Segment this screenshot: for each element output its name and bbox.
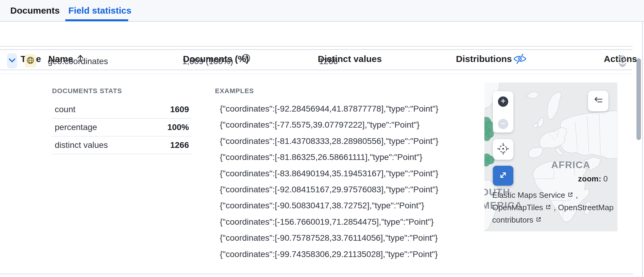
external-link-icon	[535, 215, 542, 225]
fit-to-data-button[interactable]	[493, 139, 513, 160]
chevron-down-icon	[8, 56, 17, 66]
example-item: {"coordinates":[-156.7660019,71.2854475]…	[220, 214, 438, 230]
map-label-africa: AFRICA	[551, 160, 590, 170]
table-header: Type Name Documents (%) ? Distinct value…	[0, 22, 633, 47]
active-tab-underline	[65, 19, 128, 21]
zoom-in-button[interactable]	[498, 96, 508, 107]
documents-stats-table: count 1609 percentage 100% distinct valu…	[52, 101, 192, 154]
minus-icon	[500, 120, 506, 128]
field-row[interactable]: geo.coordinates 1,609 (100%) 1266	[0, 50, 633, 70]
field-documents-value: 1,609 (100%)	[182, 57, 233, 66]
zoom-value: 0	[603, 174, 608, 183]
external-link-icon	[567, 191, 574, 200]
collapse-row-button[interactable]	[7, 53, 17, 68]
examples-list: {"coordinates":[-92.28456944,41.87877778…	[220, 101, 438, 262]
stat-value: 100%	[167, 122, 192, 132]
expand-map-button[interactable]	[493, 166, 513, 186]
example-item: {"coordinates":[-92.08415167,29.97576083…	[220, 181, 438, 197]
attribution-link-elastic-maps-service[interactable]: Elastic Maps Service	[492, 191, 565, 200]
stat-label: count	[52, 105, 76, 114]
example-item: {"coordinates":[-92.28456944,41.87877778…	[220, 101, 438, 117]
geo-point-globe-icon	[26, 56, 34, 66]
field-name: geo.coordinates	[48, 57, 108, 66]
right-panel-border	[642, 22, 643, 277]
map-zoom-level: zoom: 0	[578, 174, 608, 184]
example-item: {"coordinates":[-99.74358306,29.21135028…	[220, 246, 438, 262]
crosshair-icon	[497, 142, 509, 156]
map-attribution: Elastic Maps Service , OpenMapTiles , Op…	[492, 189, 613, 226]
example-item: {"coordinates":[-81.43708333,28.28980556…	[220, 133, 438, 149]
bottom-divider	[0, 274, 633, 274]
examples-title: EXAMPLES	[215, 87, 254, 95]
tab-documents[interactable]: Documents	[10, 0, 60, 21]
explore-in-maps-icon[interactable]	[617, 55, 628, 68]
stats-row-percentage: percentage 100%	[52, 119, 192, 136]
documents-stats-title: DOCUMENTS STATS	[52, 87, 122, 95]
stats-row-distinct-values: distinct values 1266	[52, 136, 192, 154]
map-zoom-control	[493, 91, 513, 132]
plus-icon	[500, 98, 506, 105]
stat-value: 1609	[170, 105, 192, 114]
arrow-left-menu-icon	[593, 95, 604, 107]
example-item: {"coordinates":[-90.75787528,33.76114056…	[220, 230, 438, 246]
external-link-icon	[545, 203, 551, 212]
collapse-legend-button[interactable]	[588, 91, 608, 111]
zoom-label: zoom:	[578, 174, 601, 183]
example-item: {"coordinates":[-81.86325,26.58661111],"…	[220, 149, 438, 165]
field-type-token	[25, 54, 36, 67]
map-preview[interactable]: AFRICA SOUTH AMERICA	[484, 83, 617, 231]
example-item: {"coordinates":[-83.86490194,35.19453167…	[220, 165, 438, 181]
stat-label: distinct values	[52, 140, 108, 150]
example-item: {"coordinates":[-90.50830417,38.72752],"…	[220, 197, 438, 213]
attribution-link-openmaptiles[interactable]: OpenMapTiles	[492, 203, 543, 212]
field-statistics-page: Documents Field statistics Type Name Doc…	[0, 0, 644, 277]
expand-icon	[498, 170, 509, 182]
tab-field-statistics[interactable]: Field statistics	[68, 0, 131, 21]
stat-value: 1266	[170, 140, 192, 150]
tab-bar: Documents Field statistics	[0, 0, 644, 22]
attribution-link-openstreetmap-contributors[interactable]: contributors	[492, 215, 533, 225]
scrollbar-thumb[interactable]	[636, 58, 641, 140]
field-distinct-values: 1266	[319, 57, 338, 66]
zoom-out-button[interactable]	[498, 119, 508, 129]
stat-label: percentage	[52, 122, 97, 132]
stats-row-count: count 1609	[52, 101, 192, 119]
example-item: {"coordinates":[-77.5575,39.07797222],"t…	[220, 117, 438, 133]
